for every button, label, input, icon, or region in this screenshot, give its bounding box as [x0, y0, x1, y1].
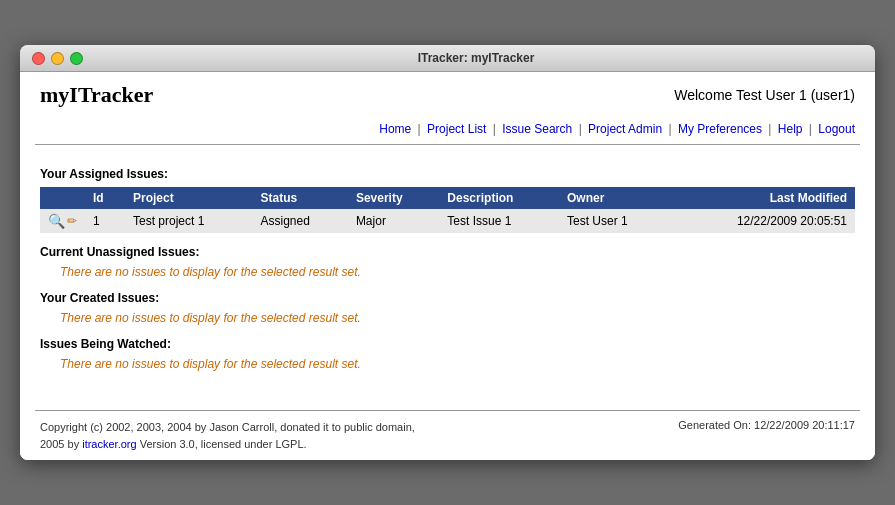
col-project: Project	[125, 187, 252, 209]
nav-help[interactable]: Help	[778, 122, 803, 136]
watched-empty-text: There are no issues to display for the s…	[60, 357, 855, 371]
app-title: myITracker	[40, 82, 153, 108]
row-id: 1	[85, 209, 125, 233]
footer-generated: Generated On: 12/22/2009 20:11:17	[678, 419, 855, 431]
row-severity: Major	[348, 209, 439, 233]
table-row: 🔍 ✏ 1 Test project 1 Assigned Major Test…	[40, 209, 855, 233]
nav-sep-1: |	[418, 122, 421, 136]
footer-copyright: Copyright (c) 2002, 2003, 2004 by Jason …	[40, 419, 415, 452]
welcome-text: Welcome Test User 1 (user1)	[674, 87, 855, 103]
col-actions	[40, 187, 85, 209]
nav-project-admin[interactable]: Project Admin	[588, 122, 662, 136]
row-last-modified: 12/22/2009 20:05:51	[671, 209, 855, 233]
content-area: myITracker Welcome Test User 1 (user1) H…	[20, 72, 875, 460]
created-issues-title: Your Created Issues:	[40, 291, 855, 305]
window-controls	[32, 52, 83, 65]
row-project: Test project 1	[125, 209, 252, 233]
row-status: Assigned	[252, 209, 347, 233]
unassigned-issues-title: Current Unassigned Issues:	[40, 245, 855, 259]
table-header: Id Project Status Severity Description O…	[40, 187, 855, 209]
row-actions: 🔍 ✏	[40, 209, 85, 233]
nav-bar: Home | Project List | Issue Search | Pro…	[20, 118, 875, 144]
generated-text: Generated On: 12/22/2009 20:11:17	[678, 419, 855, 431]
view-icon[interactable]: 🔍	[48, 213, 65, 229]
footer: Copyright (c) 2002, 2003, 2004 by Jason …	[20, 411, 875, 460]
col-severity: Severity	[348, 187, 439, 209]
maximize-button[interactable]	[70, 52, 83, 65]
nav-project-list[interactable]: Project List	[427, 122, 486, 136]
copyright-text: Copyright (c) 2002, 2003, 2004 by Jason …	[40, 421, 415, 433]
col-owner: Owner	[559, 187, 671, 209]
title-bar: ITracker: myITracker	[20, 45, 875, 72]
unassigned-empty-text: There are no issues to display for the s…	[60, 265, 855, 279]
nav-sep-6: |	[809, 122, 812, 136]
main-content: Your Assigned Issues: Id Project Status …	[20, 145, 875, 395]
col-id: Id	[85, 187, 125, 209]
assigned-issues-table: Id Project Status Severity Description O…	[40, 187, 855, 233]
row-description: Test Issue 1	[439, 209, 559, 233]
nav-sep-4: |	[668, 122, 671, 136]
nav-issue-search[interactable]: Issue Search	[502, 122, 572, 136]
col-description: Description	[439, 187, 559, 209]
nav-my-preferences[interactable]: My Preferences	[678, 122, 762, 136]
col-last-modified: Last Modified	[671, 187, 855, 209]
table-body: 🔍 ✏ 1 Test project 1 Assigned Major Test…	[40, 209, 855, 233]
close-button[interactable]	[32, 52, 45, 65]
nav-sep-2: |	[493, 122, 496, 136]
window-title: ITracker: myITracker	[89, 51, 863, 65]
application-window: ITracker: myITracker myITracker Welcome …	[20, 45, 875, 460]
copyright-text2: 2005 by itracker.org Version 3.0, licens…	[40, 438, 307, 450]
row-owner: Test User 1	[559, 209, 671, 233]
assigned-issues-title: Your Assigned Issues:	[40, 167, 855, 181]
watched-issues-title: Issues Being Watched:	[40, 337, 855, 351]
itracker-link[interactable]: itracker.org	[82, 438, 136, 450]
edit-icon[interactable]: ✏	[67, 214, 77, 228]
col-status: Status	[252, 187, 347, 209]
nav-sep-5: |	[768, 122, 771, 136]
minimize-button[interactable]	[51, 52, 64, 65]
nav-logout[interactable]: Logout	[818, 122, 855, 136]
nav-sep-3: |	[579, 122, 582, 136]
nav-home[interactable]: Home	[379, 122, 411, 136]
app-header: myITracker Welcome Test User 1 (user1)	[20, 72, 875, 118]
created-empty-text: There are no issues to display for the s…	[60, 311, 855, 325]
